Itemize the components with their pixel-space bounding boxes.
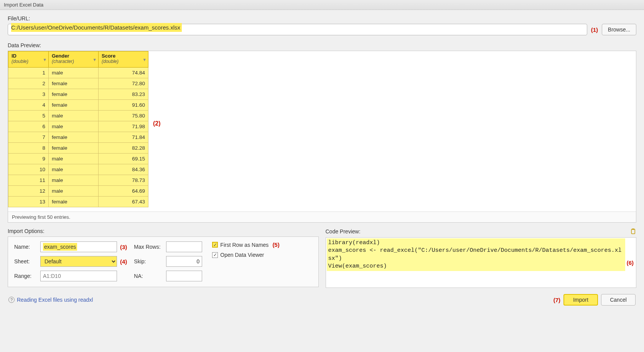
cell-gender: male [49, 111, 99, 121]
annotation-4: (4) [120, 258, 127, 265]
cell-gender: male [49, 186, 99, 197]
cell-id: 3 [8, 89, 49, 100]
na-label: NA: [134, 273, 163, 279]
data-preview-panel: ID (double) ▾ Gender (character) ▾ Score… [8, 51, 636, 223]
table-row[interactable]: 13female67.43 [8, 197, 148, 207]
table-row[interactable]: 7female71.84 [8, 132, 148, 143]
cell-gender: male [49, 175, 99, 186]
table-row[interactable]: 11male78.73 [8, 175, 148, 186]
open-data-viewer-checkbox[interactable]: ✓ [212, 252, 218, 258]
skip-input[interactable] [166, 256, 202, 267]
table-row[interactable]: 12male64.69 [8, 186, 148, 197]
annotation-3: (3) [120, 244, 127, 250]
annotation-6: (6) [627, 259, 634, 266]
cell-score: 84.36 [99, 164, 148, 175]
cell-gender: female [49, 78, 99, 89]
cell-id: 7 [8, 132, 49, 143]
table-row[interactable]: 4female91.60 [8, 100, 148, 111]
cell-score: 71.98 [99, 121, 148, 132]
cell-score: 67.43 [99, 197, 148, 207]
column-header-gender[interactable]: Gender (character) ▾ [49, 51, 99, 68]
cancel-button[interactable]: Cancel [601, 294, 636, 306]
dialog-titlebar: Import Excel Data [0, 0, 644, 10]
table-row[interactable]: 8female82.28 [8, 143, 148, 154]
table-row[interactable]: 2female72.80 [8, 78, 148, 89]
cell-score: 83.23 [99, 89, 148, 100]
sheet-label: Sheet: [14, 258, 37, 264]
cell-id: 11 [8, 175, 49, 186]
help-link[interactable]: ? Reading Excel files using readxl [8, 297, 93, 303]
cell-score: 69.15 [99, 154, 148, 164]
import-options-panel: Name: exam_scores (3) Sheet: Default (4) [8, 236, 319, 287]
import-button[interactable]: Import [563, 294, 598, 306]
cell-id: 10 [8, 164, 49, 175]
cell-gender: male [49, 164, 99, 175]
na-input[interactable] [166, 271, 202, 281]
browse-button[interactable]: Browse... [602, 24, 636, 35]
table-row[interactable]: 10male84.36 [8, 164, 148, 175]
cell-id: 1 [8, 68, 49, 78]
first-row-as-names-label: First Row as Names [220, 242, 268, 248]
column-header-id[interactable]: ID (double) ▾ [8, 51, 49, 68]
cell-gender: male [49, 154, 99, 164]
annotation-2: (2) [153, 120, 161, 127]
code-preview-text[interactable]: library(readxl) exam_scores <- read_exce… [327, 238, 625, 271]
data-preview-table: ID (double) ▾ Gender (character) ▾ Score… [8, 51, 148, 207]
cell-score: 74.84 [99, 68, 148, 78]
cell-gender: female [49, 100, 99, 111]
skip-label: Skip: [134, 258, 163, 264]
annotation-5: (5) [272, 241, 279, 248]
table-row[interactable]: 3female83.23 [8, 89, 148, 100]
cell-id: 9 [8, 154, 49, 164]
chevron-down-icon[interactable]: ▾ [94, 57, 96, 62]
cell-gender: female [49, 197, 99, 207]
annotation-7: (7) [553, 297, 560, 303]
code-preview-panel: library(readxl) exam_scores <- read_exce… [326, 237, 637, 288]
cell-gender: female [49, 132, 99, 143]
maxrows-label: Max Rows: [134, 244, 163, 250]
open-data-viewer-label: Open Data Viewer [220, 252, 264, 258]
preview-status-text: Previewing first 50 entries. [8, 212, 636, 222]
file-url-label: File/URL: [8, 15, 636, 21]
table-row[interactable]: 6male71.98 [8, 121, 148, 132]
cell-id: 8 [8, 143, 49, 154]
table-row[interactable]: 9male69.15 [8, 154, 148, 164]
range-input[interactable] [40, 271, 117, 281]
help-icon: ? [8, 297, 15, 303]
import-options-label: Import Options: [8, 228, 319, 234]
code-preview-label: Code Preview: [326, 228, 361, 235]
cell-score: 71.84 [99, 132, 148, 143]
cell-score: 72.80 [99, 78, 148, 89]
cell-id: 4 [8, 100, 49, 111]
data-preview-scroll[interactable]: ID (double) ▾ Gender (character) ▾ Score… [8, 51, 636, 212]
column-header-score[interactable]: Score (double) ▾ [99, 51, 148, 68]
file-url-input[interactable]: C:/Users/user/OneDrive/Documents/R/Datas… [8, 24, 587, 35]
cell-score: 91.60 [99, 100, 148, 111]
cell-gender: female [49, 143, 99, 154]
cell-score: 64.69 [99, 186, 148, 197]
cell-score: 78.73 [99, 175, 148, 186]
dialog-title: Import Excel Data [4, 2, 43, 8]
cell-id: 12 [8, 186, 49, 197]
data-preview-label: Data Preview: [8, 42, 636, 48]
cell-score: 75.80 [99, 111, 148, 121]
svg-rect-0 [631, 229, 635, 234]
name-label: Name: [14, 244, 37, 250]
cell-gender: female [49, 89, 99, 100]
cell-id: 5 [8, 111, 49, 121]
table-row[interactable]: 1male74.84 [8, 68, 148, 78]
first-row-as-names-checkbox[interactable]: ✓ [212, 242, 218, 248]
cell-gender: male [49, 68, 99, 78]
sheet-select[interactable]: Default [40, 256, 117, 267]
clipboard-icon[interactable] [629, 228, 636, 235]
name-input[interactable]: exam_scores [40, 241, 117, 252]
table-row[interactable]: 5male75.80 [8, 111, 148, 121]
range-label: Range: [14, 273, 37, 279]
cell-score: 82.28 [99, 143, 148, 154]
svg-rect-1 [632, 229, 634, 230]
maxrows-input[interactable] [166, 241, 202, 252]
annotation-1: (1) [591, 26, 598, 33]
cell-id: 6 [8, 121, 49, 132]
chevron-down-icon[interactable]: ▾ [44, 57, 46, 62]
chevron-down-icon[interactable]: ▾ [143, 57, 146, 62]
